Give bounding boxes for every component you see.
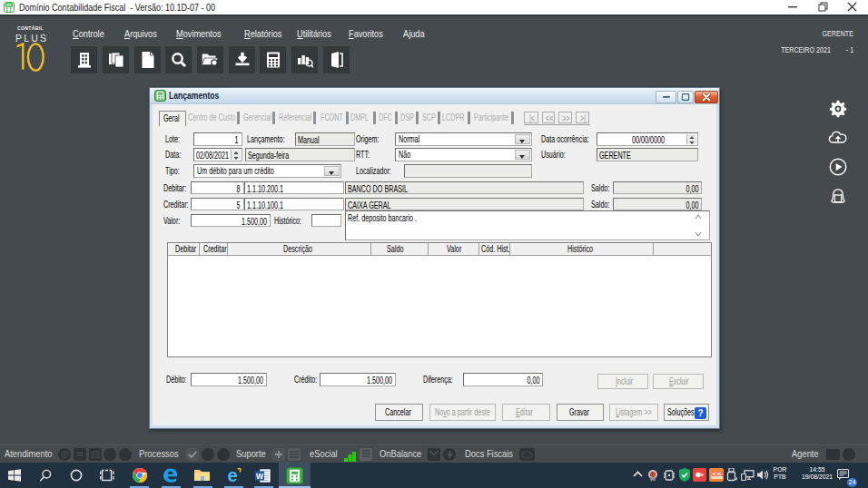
svg-text:W: W [256, 472, 264, 481]
svg-text:?: ? [697, 408, 703, 418]
svg-text:e: e [227, 467, 237, 483]
